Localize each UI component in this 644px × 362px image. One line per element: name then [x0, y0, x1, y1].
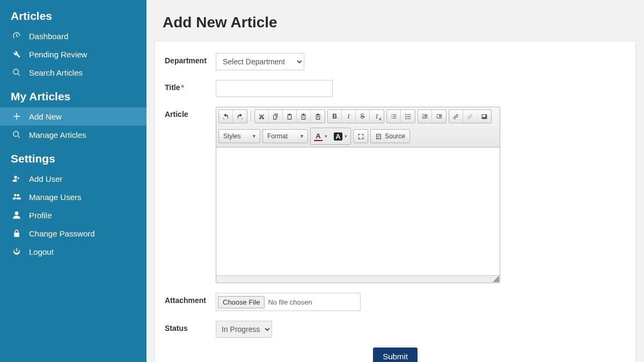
bg-color-button[interactable]: A▾ — [332, 129, 349, 143]
choose-file-button[interactable]: Choose File — [218, 296, 265, 308]
sidebar-item-profile[interactable]: Profile — [0, 206, 147, 224]
paste-word-button[interactable] — [311, 110, 325, 123]
lock-icon — [11, 228, 23, 238]
chevron-down-icon: ▾ — [325, 134, 327, 139]
editor-textarea[interactable] — [216, 147, 500, 275]
remove-format-button[interactable]: I✕ — [370, 110, 384, 123]
search-icon — [11, 68, 23, 77]
sidebar-item-label: Manage Articles — [29, 130, 86, 139]
link-button[interactable] — [449, 110, 463, 123]
indent-button[interactable] — [432, 110, 446, 123]
sidebar-item-label: Manage Users — [29, 193, 82, 202]
svg-point-1 — [405, 116, 406, 117]
bold-button[interactable]: B — [328, 110, 342, 123]
sidebar-item-search-articles[interactable]: Search Articles — [0, 63, 147, 82]
chevron-down-icon: ▼ — [252, 134, 257, 139]
attachment-file-input[interactable]: Choose File No file chosen — [216, 293, 361, 311]
users-icon — [11, 192, 23, 202]
plus-icon — [11, 112, 23, 121]
copy-button[interactable] — [269, 110, 283, 123]
sidebar-item-label: Add User — [29, 174, 63, 183]
paste-button[interactable] — [283, 110, 297, 123]
article-label: Article — [165, 107, 216, 283]
form-panel: Department Select Department Title* Arti… — [155, 41, 636, 362]
sidebar-item-logout[interactable]: Logout — [0, 242, 147, 261]
file-status-text: No file chosen — [268, 298, 312, 306]
editor-resize-handle[interactable] — [216, 275, 500, 283]
wrench-icon — [11, 49, 23, 59]
attachment-label: Attachment — [165, 293, 216, 311]
italic-button[interactable]: I — [342, 110, 356, 123]
bulleted-list-button[interactable] — [401, 110, 415, 123]
outdent-button[interactable] — [418, 110, 432, 123]
sidebar-heading-settings: Settings — [0, 152, 147, 165]
svg-point-2 — [405, 118, 406, 119]
title-label: Title* — [165, 80, 216, 97]
sidebar-item-pending-review[interactable]: Pending Review — [0, 45, 147, 63]
sidebar-item-label: Change Password — [29, 229, 95, 238]
sidebar-item-label: Logout — [29, 247, 54, 256]
sidebar-item-manage-articles[interactable]: Manage Articles — [0, 125, 147, 144]
title-input[interactable] — [216, 80, 333, 97]
strike-button[interactable]: S — [356, 110, 370, 123]
user-icon — [11, 210, 23, 220]
redo-button[interactable] — [233, 110, 247, 123]
source-button[interactable]: Source — [370, 129, 410, 143]
styles-dropdown[interactable]: Styles▼ — [218, 129, 260, 143]
rich-text-editor: B I S I✕ — [216, 107, 500, 283]
undo-button[interactable] — [219, 110, 233, 123]
submit-button[interactable]: Submit — [373, 348, 418, 362]
unlink-button[interactable] — [463, 110, 477, 123]
sidebar-item-label: Pending Review — [29, 50, 87, 59]
sidebar-item-label: Search Articles — [29, 68, 83, 77]
sidebar-item-manage-users[interactable]: Manage Users — [0, 188, 147, 206]
search-icon — [11, 130, 23, 139]
image-button[interactable] — [477, 110, 491, 123]
sidebar-item-dashboard[interactable]: Dashboard — [0, 27, 147, 45]
numbered-list-button[interactable] — [387, 110, 401, 123]
chevron-down-icon: ▾ — [345, 134, 347, 139]
toolbar-separator — [251, 111, 251, 122]
maximize-button[interactable] — [354, 130, 368, 143]
sidebar-item-change-password[interactable]: Change Password — [0, 224, 147, 242]
department-select[interactable]: Select Department — [216, 53, 304, 70]
dashboard-icon — [11, 31, 23, 41]
status-label: Status — [165, 321, 216, 338]
chevron-down-icon: ▼ — [299, 134, 304, 139]
sidebar-item-label: Dashboard — [29, 32, 68, 41]
power-icon — [11, 247, 23, 256]
editor-toolbar: B I S I✕ — [216, 107, 500, 147]
svg-point-0 — [405, 114, 406, 115]
sidebar-item-label: Add New — [29, 112, 62, 121]
required-asterisk: * — [181, 83, 184, 92]
text-color-button[interactable]: A▾ — [312, 129, 330, 143]
format-dropdown[interactable]: Format▼ — [262, 129, 308, 143]
main-content: Add New Article Department Select Depart… — [147, 0, 644, 362]
cut-button[interactable] — [255, 110, 269, 123]
paste-text-button[interactable] — [297, 110, 311, 123]
sidebar-heading-articles: Articles — [0, 10, 147, 23]
sidebar-heading-my-articles: My Articles — [0, 90, 147, 103]
sidebar-item-add-user[interactable]: Add User — [0, 169, 147, 188]
sidebar-item-label: Profile — [29, 211, 52, 220]
department-label: Department — [165, 53, 216, 70]
page-title: Add New Article — [147, 0, 644, 41]
sidebar-item-add-new[interactable]: Add New — [0, 107, 147, 125]
user-plus-icon — [11, 174, 23, 183]
sidebar: Articles Dashboard Pending Review Search… — [0, 0, 147, 362]
status-select[interactable]: In Progress — [216, 321, 272, 338]
